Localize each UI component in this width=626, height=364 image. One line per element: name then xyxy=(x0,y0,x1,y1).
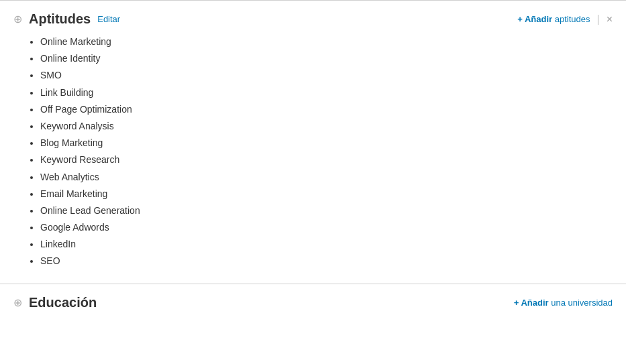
educacion-drag-icon[interactable]: ⊕ xyxy=(13,296,22,309)
divider: | xyxy=(597,13,600,25)
aptitudes-section: ⊕ Aptitudes Editar + Añadir aptitudes | … xyxy=(0,0,626,284)
educacion-section: ⊕ Educación + Añadir una universidad xyxy=(0,284,626,324)
aptitudes-header: ⊕ Aptitudes Editar + Añadir aptitudes | … xyxy=(0,11,626,34)
skills-list: Online MarketingOnline IdentitySMOLink B… xyxy=(0,34,626,270)
list-item: SEO xyxy=(40,253,626,269)
educacion-header-left: ⊕ Educación xyxy=(13,295,97,310)
list-item: Keyword Research xyxy=(40,151,626,168)
list-item: Link Building xyxy=(40,84,626,101)
aptitudes-title: Aptitudes xyxy=(29,11,91,27)
aptitudes-header-left: ⊕ Aptitudes Editar xyxy=(13,11,120,27)
add-suffix: aptitudes xyxy=(555,14,590,24)
list-item: Web Analytics xyxy=(40,169,626,186)
edit-link[interactable]: Editar xyxy=(97,14,120,24)
educacion-add-suffix: una universidad xyxy=(551,298,613,308)
add-aptitudes-link[interactable]: + Añadir aptitudes xyxy=(517,14,590,24)
educacion-header: ⊕ Educación + Añadir una universidad xyxy=(0,295,626,310)
educacion-add-label: + Añadir xyxy=(514,298,552,308)
drag-icon[interactable]: ⊕ xyxy=(13,13,22,25)
add-universidad-link[interactable]: + Añadir una universidad xyxy=(514,298,613,308)
list-item: SMO xyxy=(40,67,626,84)
add-label: + Añadir xyxy=(517,14,555,24)
list-item: Blog Marketing xyxy=(40,135,626,151)
list-item: Email Marketing xyxy=(40,186,626,202)
list-item: Online Marketing xyxy=(40,34,626,50)
list-item: LinkedIn xyxy=(40,236,626,253)
list-item: Online Identity xyxy=(40,50,626,67)
list-item: Off Page Optimization xyxy=(40,101,626,118)
educacion-title: Educación xyxy=(29,295,97,310)
list-item: Keyword Analysis xyxy=(40,118,626,135)
aptitudes-header-right: + Añadir aptitudes | × xyxy=(517,13,613,25)
list-item: Google Adwords xyxy=(40,219,626,236)
close-button[interactable]: × xyxy=(607,14,613,25)
list-item: Online Lead Generation xyxy=(40,202,626,219)
